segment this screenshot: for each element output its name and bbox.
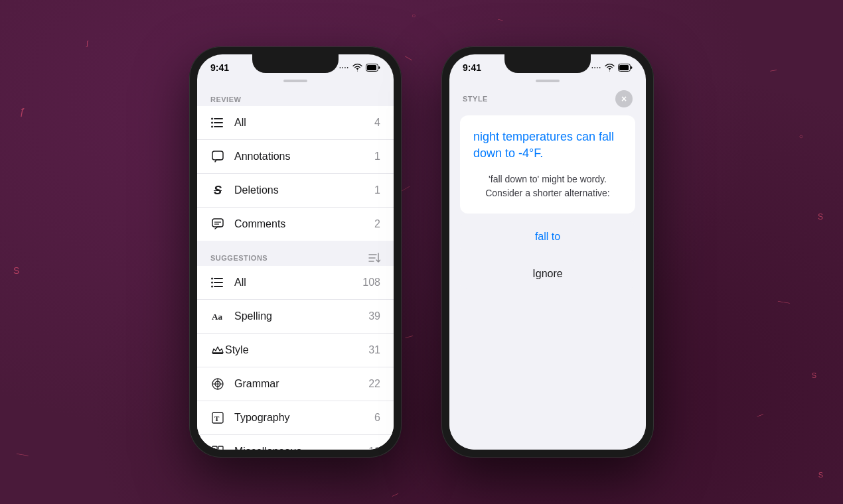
- style-panel-title: STYLE: [463, 95, 488, 103]
- annotations-count: 1: [374, 151, 380, 162]
- fall-to-label: fall to: [535, 231, 560, 242]
- deletion-icon: S: [210, 183, 225, 198]
- suggestions-section-header: SUGGESTIONS: [197, 247, 394, 266]
- list-icon-all-suggestions: [210, 275, 225, 290]
- highlighted-sentence: night temperatures can fall down to -4°F…: [473, 129, 622, 162]
- svg-rect-8: [212, 151, 223, 160]
- review-all-label: All: [234, 117, 246, 129]
- grammar-count: 22: [368, 378, 380, 390]
- status-time-1: 9:41: [210, 62, 229, 73]
- list-item-deletions[interactable]: S Deletions 1: [197, 174, 394, 208]
- ignore-button[interactable]: Ignore: [460, 259, 635, 289]
- comments-count: 2: [374, 218, 380, 230]
- review-list: All 4 Annotations 1: [197, 106, 394, 241]
- typography-icon: T: [210, 410, 225, 425]
- miscellaneous-label: Miscellaneous: [234, 446, 301, 450]
- annotations-label: Annotations: [234, 151, 291, 162]
- svg-rect-2: [214, 118, 223, 119]
- phone-1: 9:41 ····: [189, 46, 402, 458]
- list-item-typography[interactable]: T Typography 6: [197, 401, 394, 435]
- svg-point-18: [211, 278, 213, 280]
- review-label: REVIEW: [210, 95, 241, 103]
- notch-2: [504, 54, 591, 73]
- svg-point-7: [211, 126, 213, 128]
- status-icons-1: ····: [339, 64, 380, 72]
- list-item-all-suggestions[interactable]: All 108: [197, 266, 394, 300]
- svg-rect-30: [218, 446, 223, 450]
- typography-label: Typography: [234, 412, 290, 424]
- status-icons-2: ····: [591, 64, 633, 72]
- comment-icon: [210, 217, 225, 231]
- grammar-icon: [210, 377, 225, 391]
- miscellaneous-count: 10: [368, 446, 380, 450]
- phone-2: 9:41 ····: [441, 46, 654, 458]
- suggestions-label: SUGGESTIONS: [210, 254, 268, 262]
- svg-rect-22: [212, 353, 223, 354]
- notch-1: [252, 54, 339, 73]
- close-button[interactable]: ×: [615, 90, 633, 107]
- fall-to-button[interactable]: fall to: [460, 221, 635, 252]
- grammar-label: Grammar: [234, 378, 279, 390]
- annotation-icon: [210, 149, 225, 164]
- comments-label: Comments: [234, 218, 285, 230]
- svg-rect-16: [214, 282, 223, 283]
- style-content-card: night temperatures can fall down to -4°F…: [460, 115, 635, 214]
- svg-point-6: [211, 122, 213, 124]
- spelling-icon: Aa: [210, 309, 225, 324]
- svg-rect-9: [212, 219, 223, 227]
- svg-text:Aa: Aa: [212, 312, 222, 322]
- review-all-count: 4: [374, 117, 380, 129]
- sheet-handle-1: [283, 80, 307, 82]
- list-item-comments[interactable]: Comments 2: [197, 208, 394, 241]
- svg-rect-1: [367, 65, 376, 70]
- svg-point-5: [211, 118, 213, 120]
- svg-rect-34: [619, 65, 629, 70]
- svg-rect-29: [212, 446, 217, 450]
- spelling-label: Spelling: [234, 310, 272, 322]
- suggestions-all-label: All: [234, 277, 246, 288]
- svg-rect-15: [214, 278, 223, 279]
- list-item-miscellaneous[interactable]: Miscellaneous 10: [197, 435, 394, 450]
- list-item-annotations[interactable]: Annotations 1: [197, 140, 394, 174]
- svg-text:T: T: [214, 414, 220, 422]
- list-item-spelling[interactable]: Aa Spelling 39: [197, 300, 394, 334]
- suggestion-body: 'fall down to' might be wordy. Consider …: [473, 172, 622, 200]
- svg-point-20: [211, 286, 213, 288]
- signal-icon-1: ····: [339, 64, 349, 72]
- svg-rect-3: [214, 122, 223, 123]
- style-icon: [210, 343, 225, 357]
- misc-icon: [210, 444, 225, 450]
- list-icon-all: [210, 115, 225, 130]
- deletions-label: Deletions: [234, 184, 279, 196]
- style-count: 31: [368, 344, 380, 356]
- style-panel: STYLE × night temperatures can fall down…: [449, 90, 646, 450]
- battery-icon-2: [618, 64, 633, 72]
- deletions-count: 1: [374, 184, 380, 196]
- svg-rect-17: [214, 286, 223, 287]
- typography-count: 6: [374, 412, 380, 424]
- wifi-icon-2: [605, 64, 615, 72]
- review-section-header: REVIEW: [197, 90, 394, 106]
- wifi-icon-1: [352, 64, 362, 72]
- list-item-style[interactable]: Style 31: [197, 334, 394, 367]
- ignore-label: Ignore: [532, 268, 562, 279]
- spelling-count: 39: [368, 310, 380, 322]
- battery-icon-1: [366, 64, 380, 72]
- sort-icon[interactable]: [368, 253, 380, 263]
- style-label: Style: [225, 344, 249, 356]
- sheet-handle-2: [536, 80, 560, 82]
- svg-point-19: [211, 282, 213, 284]
- suggestions-list: All 108 Aa Spelling 39: [197, 266, 394, 450]
- list-item-all-review[interactable]: All 4: [197, 106, 394, 140]
- status-time-2: 9:41: [463, 62, 481, 73]
- suggestions-all-count: 108: [362, 277, 380, 288]
- list-item-grammar[interactable]: Grammar 22: [197, 367, 394, 401]
- signal-icon-2: ····: [591, 64, 601, 72]
- svg-rect-4: [214, 126, 223, 127]
- style-panel-header: STYLE ×: [460, 90, 635, 115]
